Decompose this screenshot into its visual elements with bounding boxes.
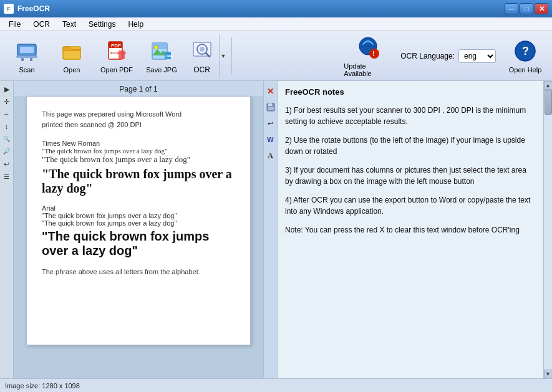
toolbar: Scan Open PDF document Open PDF	[0, 31, 552, 81]
svg-text:JPG: JPG	[166, 54, 173, 58]
save-jpg-button[interactable]: JPG Save JPG	[140, 34, 183, 78]
font2-large: "The quick brown fox jumps over a lazy d…	[42, 229, 235, 258]
font1-line2: "The quick brown fox jumps over a lazy d…	[42, 155, 235, 165]
scan-icon	[14, 39, 39, 64]
menubar: File OCR Text Settings Help	[0, 17, 552, 31]
svg-rect-10	[119, 50, 125, 59]
ocr-language-label: OCR Language:	[400, 52, 455, 60]
main-content: ▶ ✛ ↔ ↕ 🔍 🔎 ↩ ☰ Page 1 of 1 This page wa…	[0, 81, 552, 378]
scroll-thumb[interactable]	[545, 90, 552, 115]
ocr-language-group: OCR Language: eng	[400, 49, 496, 63]
notes-area[interactable]: FreeOCR notes 1) For best results set yo…	[278, 81, 543, 378]
font1-label: Times New Roman	[42, 140, 235, 147]
titlebar-controls: — □ ✕	[505, 3, 548, 14]
tool-play[interactable]: ▶	[1, 84, 12, 95]
menu-help[interactable]: Help	[122, 19, 150, 30]
right-tool-word[interactable]: W	[265, 133, 276, 146]
app-icon: F	[4, 4, 14, 14]
note-4: 4) After OCR you can use the export butt…	[285, 194, 536, 217]
close-button[interactable]: ✕	[535, 3, 548, 14]
right-content: ✕ ↩ W A FreeOCR notes 1) For best result…	[264, 81, 552, 378]
header-line2: printed then scanned @ 200 DPI	[42, 120, 235, 130]
font2-line1: "The quick brown fox jumps over a lazy d…	[42, 212, 235, 219]
ocr-arrow-button[interactable]: ▼	[219, 34, 228, 78]
update-available-button[interactable]: ! Update Available	[343, 34, 393, 78]
svg-text:?: ?	[522, 45, 529, 57]
tool-vresize[interactable]: ↕	[1, 121, 12, 132]
note-3: 3) If your document has columns or pictu…	[285, 165, 536, 187]
status-text: Image size: 1280 x 1098	[5, 382, 80, 390]
svg-rect-1	[20, 47, 34, 53]
scan-button[interactable]: Scan	[5, 34, 49, 78]
menu-ocr[interactable]: OCR	[27, 19, 56, 30]
statusbar: Image size: 1280 x 1098	[0, 378, 552, 392]
svg-rect-2	[16, 55, 37, 58]
scroll-up[interactable]: ▲	[544, 81, 553, 90]
open-help-label: Open Help	[509, 66, 542, 74]
tool-crosshair[interactable]: ✛	[1, 96, 12, 107]
svg-text:!: !	[372, 50, 375, 57]
right-tool-font[interactable]: A	[265, 149, 276, 163]
header-line1: This page was prepared using Microsoft W…	[42, 109, 235, 120]
open-pdf-label: Open PDF	[100, 66, 133, 74]
ocr-language-select[interactable]: eng	[458, 49, 496, 63]
font2-line2: "The quick brown fox jumps over a lazy d…	[42, 219, 235, 227]
scroll-down[interactable]: ▼	[544, 370, 553, 378]
page-content: This page was prepared using Microsoft W…	[26, 96, 251, 345]
scan-label: Scan	[19, 66, 34, 74]
right-tool-close[interactable]: ✕	[265, 84, 276, 98]
image-panel[interactable]: Page 1 of 1 This page was prepared using…	[14, 81, 263, 378]
menu-text[interactable]: Text	[56, 19, 82, 30]
ocr-button[interactable]: OCR	[185, 34, 219, 78]
note-1: 1) For best results set your scanner to …	[285, 105, 536, 127]
save-jpg-label: Save JPG	[146, 66, 177, 74]
svg-rect-28	[268, 107, 274, 110]
open-button[interactable]: Open	[50, 34, 94, 78]
svg-rect-27	[268, 103, 272, 106]
right-panel: ✕ ↩ W A FreeOCR notes 1) For best result…	[263, 81, 552, 378]
open-pdf-button[interactable]: PDF document Open PDF	[95, 34, 138, 78]
open-icon	[59, 39, 84, 64]
left-toolbar: ▶ ✛ ↔ ↕ 🔍 🔎 ↩ ☰	[0, 81, 14, 378]
note-2: 2) Use the rotate buttons (to the left o…	[285, 135, 536, 157]
right-toolbar: ✕ ↩ W A	[264, 81, 278, 378]
open-help-button[interactable]: ? Open Help	[503, 34, 547, 78]
right-tool-save[interactable]	[265, 100, 276, 114]
menu-file[interactable]: File	[2, 19, 27, 30]
menu-settings[interactable]: Settings	[82, 19, 122, 30]
ocr-icon	[190, 37, 214, 63]
scroll-track[interactable]	[545, 90, 552, 370]
open-label: Open	[64, 66, 80, 74]
tool-grid[interactable]: ☰	[1, 171, 12, 182]
font2-label: Arial	[42, 204, 235, 212]
font1-line1: "The quick brown fox jumps over a lazy d…	[42, 147, 235, 155]
svg-point-19	[200, 47, 205, 52]
app-title: FreeOCR	[17, 4, 50, 13]
tool-zoom-in[interactable]: 🔍	[1, 133, 12, 145]
page-indicator: Page 1 of 1	[14, 81, 263, 96]
update-icon: !	[356, 35, 380, 60]
notes-title: FreeOCR notes	[285, 86, 536, 98]
ocr-dropdown: OCR ▼	[185, 34, 228, 78]
titlebar: F FreeOCR — □ ✕	[0, 0, 552, 17]
update-label: Update Available	[344, 62, 392, 77]
toolbar-right: ! Update Available OCR Language: eng ? O…	[343, 34, 547, 78]
maximize-button[interactable]: □	[520, 3, 533, 14]
ocr-label: OCR	[193, 65, 210, 74]
right-tool-undo[interactable]: ↩	[265, 117, 276, 130]
tool-hresize[interactable]: ↔	[1, 108, 12, 120]
tool-zoom-out[interactable]: 🔎	[1, 146, 12, 157]
save-jpg-icon: JPG	[149, 39, 174, 64]
toolbar-separator	[231, 37, 232, 75]
svg-rect-3	[21, 58, 24, 61]
note-5: Note: You can press the red X to clear t…	[285, 224, 536, 236]
font1-large: "The quick brown fox jumps over a lazy d…	[42, 167, 235, 196]
svg-text:PDF: PDF	[111, 43, 121, 49]
right-scrollbar[interactable]: ▲ ▼	[543, 81, 552, 378]
svg-rect-4	[30, 58, 32, 61]
open-pdf-icon: PDF document	[104, 39, 129, 64]
minimize-button[interactable]: —	[505, 3, 518, 14]
tool-undo[interactable]: ↩	[1, 158, 12, 170]
page-footer: The phrase above uses all letters from t…	[42, 268, 235, 275]
svg-point-13	[154, 45, 158, 49]
